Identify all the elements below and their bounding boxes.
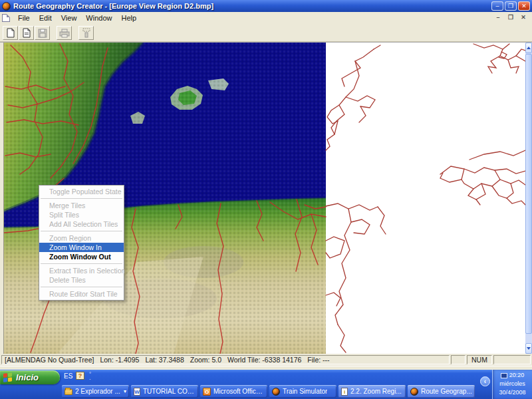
menu-separator	[41, 231, 122, 231]
taskbar-button-zoom-region-doc[interactable]: i 2.2. Zoom Regi...	[338, 385, 406, 398]
taskbar-button-route-geography[interactable]: Route Geograp...	[408, 385, 475, 398]
menu-edit[interactable]: Edit	[35, 13, 57, 23]
menu-help[interactable]: Help	[116, 13, 141, 23]
menu-item-route-editor-start-tile[interactable]: Route Editor Start Tile	[39, 289, 124, 299]
clock-time: 20:20	[509, 371, 525, 380]
taskbar: Inicio ES ? °˯ 2 Explorador ... ▾ W TUTO…	[0, 370, 532, 399]
menu-item-zoom-window-in[interactable]: Zoom Window In	[39, 243, 124, 252]
windows-logo-icon	[3, 372, 13, 382]
taskbar-button-office[interactable]: O Microsoft Office...	[200, 385, 267, 398]
status-latitude: Lat: 37.3488	[145, 356, 184, 364]
word-document-icon: W	[134, 388, 140, 396]
taskbar-button-train-simulator[interactable]: Train Simulator	[269, 385, 336, 398]
about-icon	[82, 28, 90, 38]
toolbar	[0, 24, 532, 42]
route-geography-icon	[410, 388, 418, 396]
menu-separator	[41, 263, 122, 264]
app-logo-icon	[2, 2, 11, 11]
new-document-button[interactable]	[3, 26, 18, 40]
taskbar-button-explorer-group[interactable]: 2 Explorador ... ▾	[62, 385, 129, 398]
outlook-icon: O	[203, 388, 211, 396]
display-icon[interactable]	[501, 373, 507, 378]
vertical-scrollbar[interactable]	[525, 43, 532, 354]
print-button[interactable]	[57, 26, 72, 40]
start-button[interactable]: Inicio	[0, 370, 60, 384]
menu-item-extract-tiles-in-selection[interactable]: Extract Tiles in Selection	[39, 266, 124, 275]
window-title: Route Geography Creator - [Europe View R…	[13, 2, 213, 10]
taskbar-button-tutorial[interactable]: W TUTORIAL CON...	[131, 385, 198, 398]
menu-item-toggle-populated-state[interactable]: Toggle Populated State	[39, 187, 124, 196]
menu-item-zoom-window-out[interactable]: Zoom Window Out	[39, 252, 124, 261]
clock-weekday: miércoles	[493, 380, 532, 388]
document-icon[interactable]	[2, 14, 10, 22]
start-button-label: Inicio	[16, 372, 39, 382]
taskbar-button-row: 2 Explorador ... ▾ W TUTORIAL CON... O M…	[62, 385, 475, 398]
menu-bar: File Edit View Window Help – ❐ ✕	[0, 12, 532, 24]
menu-item-zoom-region[interactable]: Zoom Region	[39, 233, 124, 243]
child-restore-button[interactable]: ❐	[506, 13, 515, 22]
status-world-tile: World Tile: -6338 14176	[227, 356, 301, 364]
language-options-icon[interactable]: °˯	[89, 372, 94, 379]
menu-item-merge-tiles[interactable]: Merge Tiles	[39, 201, 124, 210]
open-document-icon	[22, 28, 31, 38]
system-tray: 20:20 miércoles 30/4/2008	[492, 370, 532, 399]
tray-chevron-icon[interactable]: ‹	[480, 376, 490, 386]
menu-item-delete-tiles[interactable]: Delete Tiles	[39, 275, 124, 285]
document-icon: i	[341, 388, 348, 396]
folder-icon	[65, 389, 72, 395]
save-icon	[38, 29, 47, 38]
menu-window[interactable]: Window	[81, 13, 116, 23]
child-close-button[interactable]: ✕	[519, 13, 528, 22]
scrollbar-thumb[interactable]	[525, 54, 532, 334]
menu-separator	[41, 287, 122, 287]
status-bar: [ALMENDAG No Quad-Tree] Lon: -1.4095 Lat…	[0, 354, 532, 366]
menu-separator	[41, 198, 122, 199]
language-indicator[interactable]: ES	[64, 372, 72, 380]
child-minimize-button[interactable]: –	[493, 13, 503, 22]
title-bar: Route Geography Creator - [Europe View R…	[0, 0, 532, 12]
menu-file[interactable]: File	[13, 13, 35, 23]
open-document-button[interactable]	[19, 26, 34, 40]
context-menu: Toggle Populated State Merge Tiles Split…	[39, 185, 124, 301]
status-longitude: Lon: -1.4095	[100, 356, 139, 364]
print-icon	[59, 29, 70, 38]
clock-date: 30/4/2008	[493, 388, 532, 397]
train-simulator-icon	[272, 388, 280, 396]
status-zoom: Zoom: 5.0	[190, 356, 221, 364]
menu-item-split-tiles[interactable]: Split Tiles	[39, 210, 124, 219]
status-main-panel: [ALMENDAG No Quad-Tree] Lon: -1.4095 Lat…	[1, 355, 450, 364]
status-empty-panel	[493, 355, 531, 364]
group-expand-icon[interactable]: ▾	[124, 388, 126, 394]
new-document-icon	[6, 28, 15, 38]
close-button[interactable]: ✕	[518, 1, 530, 11]
status-empty-panel	[451, 355, 466, 364]
status-route-tag: [ALMENDAG No Quad-Tree]	[5, 356, 94, 364]
chevron-down-icon	[527, 347, 531, 350]
scrollbar-down-button[interactable]	[525, 343, 532, 354]
menu-item-add-all-selection-tiles[interactable]: Add All Selection Tiles	[39, 219, 124, 229]
status-file: File: ---	[307, 356, 329, 364]
restore-button[interactable]: ❐	[505, 1, 517, 11]
about-button[interactable]	[78, 26, 94, 40]
scrollbar-up-button[interactable]	[525, 43, 532, 53]
menu-view[interactable]: View	[57, 13, 82, 23]
keyboard-help-icon[interactable]: ?	[76, 372, 84, 380]
minimize-button[interactable]: –	[491, 1, 503, 11]
num-lock-indicator: NUM	[467, 355, 492, 364]
unloaded-region	[326, 43, 525, 354]
save-button[interactable]	[35, 26, 50, 40]
chevron-up-icon	[527, 47, 531, 49]
